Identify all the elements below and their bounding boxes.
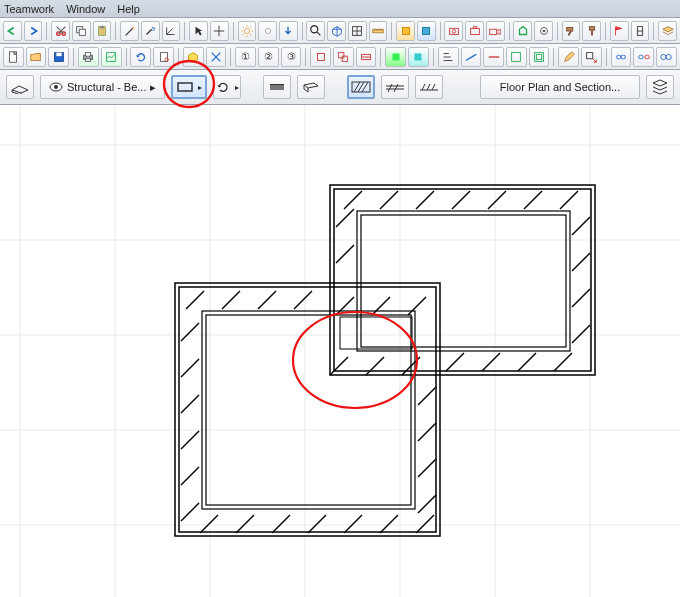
hatch2-button[interactable] <box>381 75 409 99</box>
hammer-button[interactable] <box>562 21 581 41</box>
3d-view-button[interactable] <box>327 21 346 41</box>
amber-button[interactable] <box>396 21 415 41</box>
svg-line-103 <box>200 515 218 533</box>
gear-button[interactable] <box>534 21 553 41</box>
grid-toggle-button[interactable] <box>348 21 367 41</box>
svg-line-73 <box>380 191 398 209</box>
svg-rect-36 <box>343 56 348 61</box>
blue-button[interactable] <box>417 21 436 41</box>
down-arrow-button[interactable] <box>279 21 298 41</box>
select-button[interactable] <box>189 21 208 41</box>
svg-line-119 <box>366 357 384 375</box>
plot-button[interactable] <box>101 47 122 67</box>
separator <box>605 22 606 40</box>
separator <box>115 22 116 40</box>
svg-rect-5 <box>100 25 104 28</box>
sun-button[interactable] <box>238 21 257 41</box>
t2-button[interactable] <box>461 47 482 67</box>
menu-window[interactable]: Window <box>66 3 105 15</box>
svg-rect-15 <box>423 27 430 34</box>
beam-section-button[interactable] <box>297 75 325 99</box>
r3-button[interactable] <box>356 47 377 67</box>
svg-line-110 <box>418 387 436 405</box>
hammer2-button[interactable] <box>582 21 601 41</box>
copy-button[interactable] <box>72 21 91 41</box>
t3-button[interactable] <box>483 47 504 67</box>
svg-line-77 <box>524 191 542 209</box>
svg-rect-114 <box>340 317 412 349</box>
geometry-rect-button[interactable]: ▸ <box>171 75 207 99</box>
crosshair-button[interactable] <box>210 21 229 41</box>
svg-point-51 <box>54 85 58 89</box>
cyan-button[interactable] <box>408 47 429 67</box>
slab-mode-button[interactable] <box>6 75 34 99</box>
svg-rect-92 <box>206 315 411 505</box>
svg-rect-44 <box>617 55 621 59</box>
paste-button[interactable] <box>93 21 112 41</box>
svg-line-79 <box>572 217 590 235</box>
refresh-button[interactable] <box>130 47 151 67</box>
camera2-button[interactable] <box>465 21 484 41</box>
new-button[interactable] <box>3 47 24 67</box>
yellow-cube-button[interactable] <box>183 47 204 67</box>
t5-button[interactable] <box>529 47 550 67</box>
t4-button[interactable] <box>506 47 527 67</box>
drawing-canvas[interactable] <box>0 105 680 597</box>
svg-rect-71 <box>361 215 566 347</box>
zoom-button[interactable] <box>306 21 325 41</box>
svg-point-21 <box>542 29 545 32</box>
cut-button[interactable] <box>51 21 70 41</box>
highlight-button[interactable] <box>385 47 406 67</box>
floor-plan-section-button[interactable]: Floor Plan and Section... <box>480 75 640 99</box>
hatch1-button[interactable] <box>347 75 375 99</box>
construction-rotate-button[interactable]: ▸ <box>213 75 241 99</box>
svg-line-109 <box>416 515 434 533</box>
d3-button[interactable]: ③ <box>281 47 302 67</box>
green-tool-button[interactable] <box>513 21 532 41</box>
svg-line-117 <box>408 297 426 315</box>
svg-line-111 <box>418 423 436 441</box>
menu-teamwork[interactable]: Teamwork <box>4 3 54 15</box>
svg-rect-53 <box>270 85 284 90</box>
page-button[interactable] <box>153 47 174 67</box>
save-button[interactable] <box>48 47 69 67</box>
redo-button[interactable] <box>24 21 43 41</box>
ruler-button[interactable] <box>369 21 388 41</box>
undo-button[interactable] <box>3 21 22 41</box>
svg-line-101 <box>181 467 199 485</box>
menu-help[interactable]: Help <box>117 3 140 15</box>
open-button[interactable] <box>26 47 47 67</box>
wand-button[interactable] <box>120 21 139 41</box>
d1-button[interactable]: ① <box>235 47 256 67</box>
arrow-out-button[interactable] <box>581 47 602 67</box>
r1-button[interactable] <box>310 47 331 67</box>
svg-line-112 <box>418 459 436 477</box>
print-button[interactable] <box>78 47 99 67</box>
link3-button[interactable] <box>656 47 677 67</box>
camera-button[interactable] <box>444 21 463 41</box>
camera3-button[interactable] <box>486 21 505 41</box>
flag-button[interactable] <box>610 21 629 41</box>
svg-line-100 <box>181 431 199 449</box>
elev-button[interactable] <box>631 21 650 41</box>
link-button[interactable] <box>611 47 632 67</box>
dim-sun-button[interactable] <box>258 21 277 41</box>
spray-button[interactable] <box>141 21 160 41</box>
hatch3-button[interactable] <box>415 75 443 99</box>
d2-button[interactable]: ② <box>258 47 279 67</box>
r2-button[interactable] <box>333 47 354 67</box>
unlink-button[interactable] <box>633 47 654 67</box>
beam-profile-button[interactable] <box>263 75 291 99</box>
angle-button[interactable] <box>162 21 181 41</box>
scissors-button[interactable] <box>206 47 227 67</box>
svg-rect-42 <box>536 54 541 59</box>
svg-rect-54 <box>270 84 284 85</box>
layers-button[interactable] <box>658 21 677 41</box>
svg-line-105 <box>272 515 290 533</box>
layer-selector[interactable]: Structural - Be... ▸ <box>40 75 165 99</box>
svg-rect-43 <box>587 52 593 58</box>
pencil-button[interactable] <box>558 47 579 67</box>
story-button[interactable] <box>646 75 674 99</box>
t1-button[interactable] <box>438 47 459 67</box>
svg-rect-23 <box>589 26 594 30</box>
